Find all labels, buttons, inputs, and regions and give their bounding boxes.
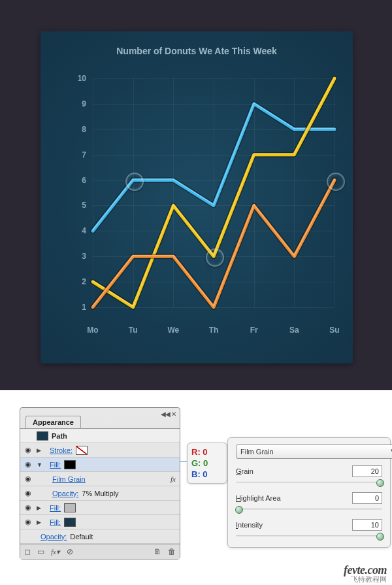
x-tick-label: Sa <box>289 326 299 335</box>
opacity-label[interactable]: Opacity: <box>52 490 78 497</box>
rgb-g: G: 0 <box>191 458 223 469</box>
expand-icon[interactable]: ▶ <box>37 447 42 454</box>
fx-slider-label: Grain <box>236 467 253 475</box>
appearance-footer: ◻ ▭ fx▾ ⊘ 🗎 🗑 <box>20 544 180 559</box>
fill-swatch-dark[interactable] <box>64 518 76 527</box>
rgb-badge: R: 0 G: 0 B: 0 <box>187 443 227 484</box>
fill-swatch-pattern[interactable] <box>64 503 76 512</box>
object-thumb-icon <box>37 431 48 441</box>
x-tick-label: Th <box>209 326 219 335</box>
fill-swatch-black[interactable] <box>64 460 76 469</box>
fill-row-2[interactable]: ◉ ▶ Fill: <box>20 501 180 515</box>
fx-slider-track[interactable] <box>236 479 382 486</box>
fx-slider: Grain20 <box>236 465 382 486</box>
fill-row-1[interactable]: ◉ ▼ Fill: <box>20 458 180 472</box>
fx-icon[interactable]: fx <box>171 475 176 483</box>
panels-zone: ◀◀ ✕ Appearance Path ◉ ▶ Stroke: ◉ ▼ Fil… <box>0 390 392 585</box>
rgb-b: B: 0 <box>191 469 223 480</box>
clear-icon[interactable]: ⊘ <box>67 547 73 556</box>
opacity-obj-value: Default <box>70 533 93 541</box>
connector-line <box>180 461 187 462</box>
y-tick-label: 2 <box>82 277 86 286</box>
new-icon[interactable]: 🗎 <box>154 547 161 556</box>
watermark-line1: fevte.com <box>344 565 387 575</box>
x-tick-label: Mo <box>87 326 98 335</box>
gridline-v <box>294 78 295 307</box>
fx-slider-value[interactable]: 10 <box>352 519 382 531</box>
chart-plot-area: 10987654321MoTuWeThFrSaSu <box>93 78 335 307</box>
chart-title: Number of Donuts We Ate This Week <box>41 46 353 56</box>
appearance-tab[interactable]: Appearance <box>25 416 81 428</box>
no-stroke-icon[interactable]: ◻ <box>24 547 31 556</box>
add-fx-icon[interactable]: fx▾ <box>51 548 60 556</box>
film-grain-panel: Film Grain Grain20Highlight Area0Intensi… <box>227 437 391 548</box>
fx-slider-value[interactable]: 0 <box>352 492 382 504</box>
gridline-v <box>133 78 134 307</box>
opacity-obj-label[interactable]: Opacity: <box>41 533 67 541</box>
fx-slider-label: Highlight Area <box>236 494 281 502</box>
y-tick-label: 10 <box>78 74 86 83</box>
fx-slider: Highlight Area0 <box>236 492 382 512</box>
fill-label-3[interactable]: Fill: <box>50 518 61 526</box>
collapse-icon[interactable]: ▼ <box>37 461 42 468</box>
appearance-header-row: Path <box>20 429 180 443</box>
fx-slider-track[interactable] <box>236 533 382 539</box>
fx-slider-track[interactable] <box>236 506 382 512</box>
y-tick-label: 3 <box>82 252 86 261</box>
visibility-icon[interactable]: ◉ <box>23 475 33 484</box>
appearance-body: Path ◉ ▶ Stroke: ◉ ▼ Fill: ◉ Film Grain … <box>20 428 180 559</box>
visibility-icon[interactable]: ◉ <box>23 489 33 498</box>
x-tick-label: Fr <box>250 326 258 335</box>
y-tick-label: 4 <box>82 226 86 235</box>
y-tick-label: 8 <box>82 125 86 134</box>
effect-select[interactable]: Film Grain <box>236 444 392 459</box>
appearance-object: Path <box>52 432 67 440</box>
x-tick-label: Tu <box>129 326 138 335</box>
y-tick-label: 1 <box>82 303 86 312</box>
visibility-icon[interactable]: ◉ <box>23 446 33 455</box>
fill-row-3[interactable]: ◉ ▶ Fill: <box>20 515 180 529</box>
stroke-thumb-icon[interactable]: ▭ <box>37 547 44 556</box>
panel-flyout-icon[interactable]: ◀◀ ✕ <box>161 410 176 418</box>
opacity-value: 7% Multiply <box>82 490 118 497</box>
stroke-row[interactable]: ◉ ▶ Stroke: <box>20 443 180 458</box>
gridline-h <box>93 307 335 308</box>
visibility-icon[interactable]: ◉ <box>23 503 33 512</box>
gridline-v <box>335 78 335 307</box>
fx-slider: Intensity10 <box>236 519 382 539</box>
fx-slider-label: Intensity <box>236 521 263 529</box>
film-grain-effect[interactable]: Film Grain <box>52 475 86 483</box>
fill-label-2[interactable]: Fill: <box>50 504 61 512</box>
film-grain-row[interactable]: ◉ Film Grain fx <box>20 472 180 486</box>
fill-label[interactable]: Fill: <box>50 461 61 469</box>
chart-outer-frame: Number of Donuts We Ate This Week 109876… <box>0 0 392 390</box>
rgb-r: R: 0 <box>191 446 223 458</box>
opacity-obj-row[interactable]: Opacity: Default <box>20 529 180 544</box>
stroke-swatch-none[interactable] <box>76 446 88 455</box>
trash-icon[interactable]: 🗑 <box>168 547 176 556</box>
chart-card: Number of Donuts We Ate This Week 109876… <box>41 31 353 363</box>
appearance-panel: ◀◀ ✕ Appearance Path ◉ ▶ Stroke: ◉ ▼ Fil… <box>20 407 180 560</box>
y-tick-label: 6 <box>82 176 86 185</box>
gridline-v <box>254 78 255 307</box>
x-tick-label: We <box>167 326 179 335</box>
gridline-v <box>93 78 93 307</box>
fx-slider-value[interactable]: 20 <box>352 465 382 477</box>
x-tick-label: Su <box>329 326 339 335</box>
y-tick-label: 5 <box>82 201 86 210</box>
visibility-icon[interactable]: ◉ <box>23 460 33 469</box>
y-tick-label: 9 <box>82 99 86 109</box>
gridline-v <box>214 78 214 307</box>
stroke-label[interactable]: Stroke: <box>50 446 73 454</box>
visibility-icon[interactable]: ◉ <box>23 518 33 527</box>
gridline-v <box>173 78 174 307</box>
effect-select-value: Film Grain <box>240 448 274 456</box>
watermark: fevte.com 飞特教程网 <box>344 565 387 584</box>
expand-icon[interactable]: ▶ <box>37 519 42 526</box>
expand-icon[interactable]: ▶ <box>37 505 42 511</box>
opacity-fill-row[interactable]: ◉ Opacity: 7% Multiply <box>20 486 180 501</box>
y-tick-label: 7 <box>82 150 86 159</box>
